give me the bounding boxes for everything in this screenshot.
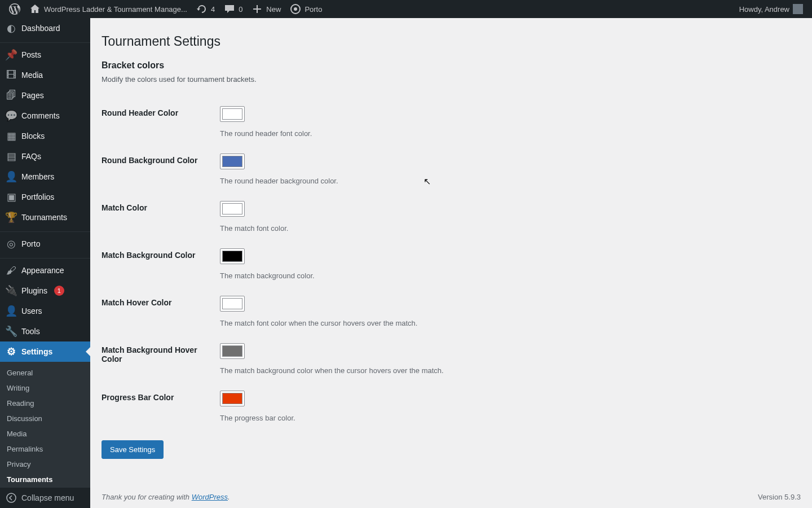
comment-icon: 💬: [6, 110, 17, 121]
field-desc: The match font color when the cursor hov…: [220, 319, 795, 327]
sidebar-item-faqs[interactable]: ▤FAQs: [0, 146, 90, 167]
section-desc: Modify the colors used for tournament br…: [102, 75, 801, 84]
submenu-item-media[interactable]: Media: [0, 426, 90, 441]
comments-link[interactable]: 0: [219, 0, 247, 18]
porto-label: Porto: [304, 5, 322, 14]
new-link[interactable]: New: [247, 0, 285, 18]
field-label: Match Background Hover Color: [102, 335, 214, 383]
sidebar-item-settings[interactable]: ⚙Settings: [0, 341, 90, 362]
adminbar: WordPress Ladder & Tournament Manage... …: [0, 0, 812, 18]
color-swatch: [222, 298, 242, 309]
field-label: Match Background Color: [102, 240, 214, 288]
field-label: Progress Bar Color: [102, 383, 214, 430]
submenu-item-discussion[interactable]: Discussion: [0, 411, 90, 426]
submenu-item-permalinks[interactable]: Permalinks: [0, 441, 90, 457]
home-icon: [29, 3, 41, 15]
sidebar-item-posts[interactable]: 📌Posts: [0, 45, 90, 65]
svg-point-1: [294, 7, 297, 11]
howdy-text: Howdy, Andrew: [739, 5, 789, 14]
submenu-item-tournaments[interactable]: Tournaments: [0, 472, 90, 487]
updates-link[interactable]: 4: [192, 0, 219, 18]
sidebar-item-pages[interactable]: 🗐Pages: [0, 85, 90, 106]
sidebar-item-dashboard[interactable]: ◐Dashboard: [0, 18, 90, 38]
adminbar-left: WordPress Ladder & Tournament Manage... …: [5, 0, 326, 18]
sidebar-item-label: Tournaments: [21, 213, 67, 222]
field-row: Match Hover Color The match font color w…: [102, 288, 801, 335]
field-desc: The match font color.: [220, 224, 795, 233]
color-picker[interactable]: [220, 201, 245, 217]
field-row: Match Background Color The match backgro…: [102, 240, 801, 288]
sidebar-item-plugins[interactable]: 🔌Plugins1: [0, 281, 90, 301]
sidebar-item-label: Plugins: [21, 286, 47, 295]
field-desc: The progress bar color.: [220, 414, 795, 422]
color-picker[interactable]: [220, 248, 245, 264]
field-row: Round Header Color The round header font…: [102, 98, 801, 146]
collapse-menu[interactable]: Collapse menu: [0, 487, 90, 508]
color-swatch: [222, 156, 242, 167]
page-title: Tournament Settings: [102, 34, 801, 49]
sidebar-item-label: Pages: [21, 91, 44, 100]
settings-icon: ⚙: [6, 346, 17, 357]
comment-icon: [224, 3, 235, 15]
color-swatch: [222, 393, 242, 404]
submenu-item-privacy[interactable]: Privacy: [0, 457, 90, 472]
sidebar-item-label: Porto: [21, 239, 40, 248]
collapse-label: Collapse menu: [21, 493, 74, 502]
sidebar-item-portfolios[interactable]: ▣Portfolios: [0, 187, 90, 207]
sidebar-item-users[interactable]: 👤Users: [0, 301, 90, 321]
sidebar-item-media[interactable]: 🎞Media: [0, 65, 90, 85]
svg-point-2: [7, 493, 16, 502]
site-link[interactable]: WordPress Ladder & Tournament Manage...: [25, 0, 192, 18]
settings-table: Round Header Color The round header font…: [102, 98, 801, 430]
sidebar-item-label: Settings: [21, 347, 52, 356]
sidebar-item-blocks[interactable]: ▦Blocks: [0, 126, 90, 146]
plug-icon: 🔌: [6, 285, 17, 296]
sidebar-item-porto[interactable]: ◎Porto: [0, 234, 90, 254]
sidebar-item-label: Appearance: [21, 266, 64, 275]
menu-separator: [0, 40, 90, 43]
submenu-item-general[interactable]: General: [0, 365, 90, 380]
color-picker[interactable]: [220, 296, 245, 312]
sidebar-item-label: Blocks: [21, 132, 45, 141]
media-icon: 🎞: [6, 69, 17, 81]
sidebar-item-members[interactable]: 👤Members: [0, 167, 90, 187]
dashboard-icon: ◐: [6, 23, 17, 34]
color-picker[interactable]: [220, 106, 245, 122]
porto-link[interactable]: Porto: [285, 0, 326, 18]
color-picker[interactable]: [220, 391, 245, 406]
submenu-item-writing[interactable]: Writing: [0, 380, 90, 396]
footer: Thank you for creating with WordPress. V…: [90, 486, 812, 508]
user-link[interactable]: Howdy, Andrew: [735, 0, 807, 18]
trophy-icon: 🏆: [6, 212, 17, 223]
user-icon: 👤: [6, 305, 17, 317]
section-title: Bracket colors: [102, 60, 801, 71]
sidebar-item-appearance[interactable]: 🖌Appearance: [0, 260, 90, 281]
brush-icon: 🖌: [6, 265, 17, 276]
field-row: Progress Bar Color The progress bar colo…: [102, 383, 801, 430]
menu-separator: [0, 256, 90, 259]
plus-icon: [251, 3, 263, 15]
sidebar-item-tools[interactable]: 🔧Tools: [0, 321, 90, 341]
avatar: [793, 4, 803, 14]
update-icon: [196, 3, 208, 15]
color-picker[interactable]: [220, 343, 245, 359]
wordpress-link[interactable]: WordPress: [192, 493, 228, 501]
comments-count: 0: [239, 5, 242, 14]
sidebar: ◐Dashboard📌Posts🎞Media🗐Pages💬Comments▦Bl…: [0, 18, 90, 508]
sidebar-item-comments[interactable]: 💬Comments: [0, 106, 90, 126]
adminbar-right: Howdy, Andrew: [735, 0, 807, 18]
site-name: WordPress Ladder & Tournament Manage...: [44, 5, 187, 14]
color-swatch: [222, 108, 242, 120]
page-icon: 🗐: [6, 90, 17, 101]
sidebar-item-label: Tools: [21, 327, 40, 336]
save-button[interactable]: Save Settings: [102, 440, 164, 459]
color-picker[interactable]: [220, 154, 245, 169]
sidebar-item-tournaments[interactable]: 🏆Tournaments: [0, 207, 90, 227]
sidebar-item-label: Dashboard: [21, 24, 60, 33]
wp-logo[interactable]: [5, 0, 25, 18]
menu-separator: [0, 229, 90, 232]
field-desc: The match background color when the curs…: [220, 366, 795, 375]
submenu-item-reading[interactable]: Reading: [0, 396, 90, 411]
field-desc: The round header font color.: [220, 129, 795, 138]
color-swatch: [222, 345, 242, 357]
